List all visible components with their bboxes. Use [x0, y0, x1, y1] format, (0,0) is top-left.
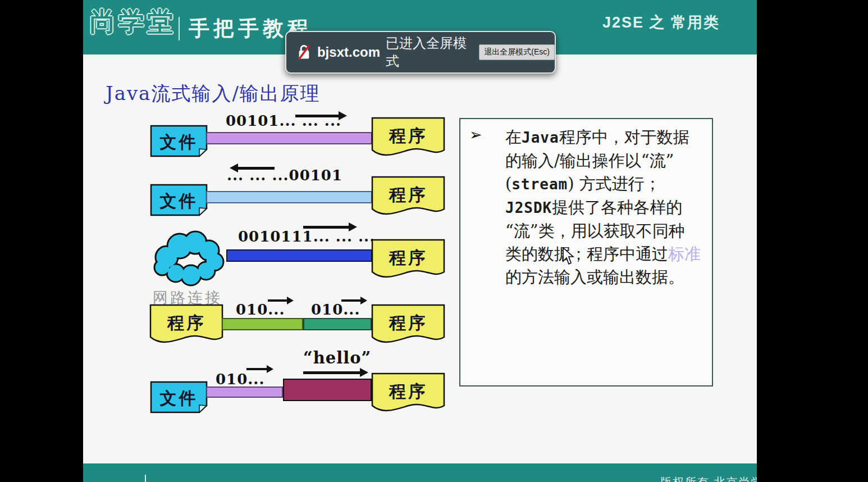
course-title: J2SE 之 常用类 [602, 12, 720, 33]
stream-label-2: ... ... ...00101 [227, 167, 342, 184]
mouse-cursor-icon [561, 247, 575, 267]
stream-label-5a: 010... [216, 371, 264, 388]
program-box: 程序 [371, 238, 446, 283]
stream-bar-lightblue [206, 191, 372, 203]
footer-copyright: 版权所有 北京尚学堂科技 [660, 475, 757, 482]
program-box-label: 程序 [371, 247, 446, 270]
stream-bar-purple [206, 132, 372, 144]
slide-footer: 版权所有 北京尚学堂科技 [83, 463, 757, 482]
stream-label-5b: “hello” [303, 348, 371, 367]
shangxuetang-logo: 尚学堂 [90, 4, 176, 39]
arrow-right-icon [246, 365, 273, 373]
notification-message: 已进入全屏模式 [386, 34, 469, 70]
stream-bar-maroon [283, 379, 372, 401]
stream-bar-purple-thin [206, 386, 283, 398]
program-box-label: 程序 [149, 312, 224, 335]
lock-icon [298, 43, 310, 61]
file-box: 文件 [150, 381, 208, 413]
footer-divider [145, 475, 146, 482]
program-box: 程序 [371, 303, 446, 348]
program-box: 程序 [371, 116, 446, 161]
page-title: Java流式输入/输出原理 [106, 81, 321, 107]
cloud-shape [148, 227, 229, 288]
header-divider [179, 17, 180, 40]
file-box: 文件 [150, 125, 208, 157]
arrow-right-icon [341, 297, 367, 304]
text-panel: ➢ 在Java程序中，对于数据的输入/输出操作以“流” (stream) 方式进… [459, 118, 713, 386]
file-box-label: 文件 [150, 190, 208, 213]
arrow-right-icon [303, 222, 357, 231]
program-box: 程序 [149, 303, 224, 348]
program-box-label: 程序 [371, 380, 446, 403]
panel-paragraph: 在Java程序中，对于数据的输入/输出操作以“流” (stream) 方式进行；… [505, 126, 701, 289]
arrow-right-icon [295, 111, 347, 120]
fullscreen-notification: bjsxt.com 已进入全屏模式 退出全屏模式(Esc) [285, 31, 556, 74]
arrow-right-icon [268, 297, 294, 304]
program-box-label: 程序 [371, 184, 446, 207]
video-frame: 尚学堂 手把手教程 J2SE 之 常用类 Java流式输入/输出原理 00101… [83, 0, 757, 482]
program-box-label: 程序 [371, 312, 446, 335]
notification-site: bjsxt.com [317, 44, 380, 60]
program-box: 程序 [371, 372, 446, 417]
stream-bar-blue [226, 249, 372, 262]
stream-bar-green [222, 318, 303, 330]
bullet-arrow-icon: ➢ [469, 126, 482, 144]
file-box-label: 文件 [150, 131, 208, 154]
arrow-right-icon [303, 368, 368, 377]
file-box-label: 文件 [150, 387, 208, 410]
exit-fullscreen-button[interactable]: 退出全屏模式(Esc) [479, 44, 555, 60]
program-box-label: 程序 [371, 125, 446, 148]
program-box: 程序 [371, 175, 446, 220]
file-box: 文件 [150, 184, 208, 216]
network-cloud [148, 227, 229, 288]
stream-bar-teal [303, 318, 372, 330]
